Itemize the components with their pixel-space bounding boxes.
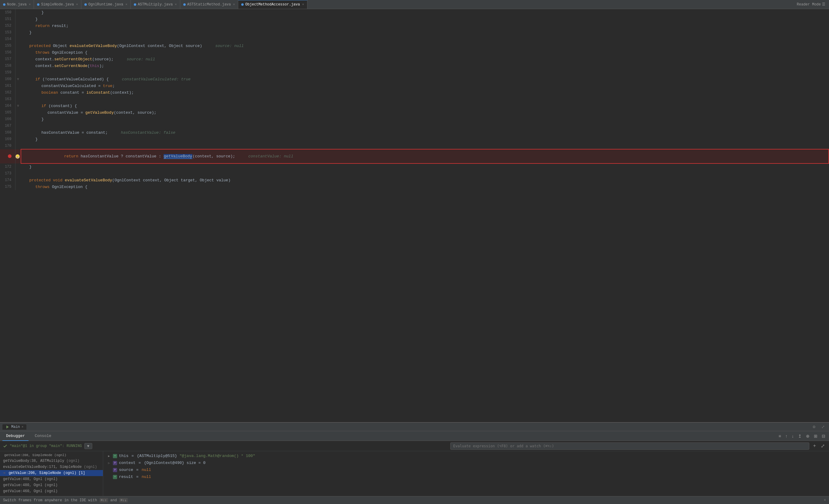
run-cursor-button[interactable]: ⊕ — [805, 433, 811, 439]
close-tab-node-java[interactable]: × — [29, 3, 31, 6]
fold-gutter: ▽ — [15, 103, 21, 109]
panel-content: getValue:208, SimpleNode (ognl) getValue… — [0, 451, 829, 496]
code-line — [21, 170, 829, 177]
fold-gutter — [15, 42, 21, 49]
tab-console[interactable]: Console — [31, 431, 55, 441]
table-row: 153 } — [0, 29, 829, 36]
table-row: 157 context.setCurrentObject(source); so… — [0, 56, 829, 63]
var-item-context[interactable]: ▷ P context = {OgnlContext@490} size = 0 — [103, 459, 829, 466]
tab-ast-multiply-java[interactable]: ASTMultiply.java × — [131, 0, 180, 9]
close-tab-ast-static[interactable]: × — [233, 3, 235, 6]
main-tab[interactable]: Main × — [2, 424, 26, 430]
tab-ognl-runtime-java[interactable]: OgnlRuntime.java × — [81, 0, 131, 9]
code-line: protected void evaluateSetValueBody(Ognl… — [21, 177, 829, 184]
line-number: 159 — [0, 69, 15, 76]
tab-node-java[interactable]: Node.java × — [0, 0, 34, 9]
table-row: 164 ▽ if (constant) { — [0, 103, 829, 109]
tab-dot-object-method — [241, 3, 244, 6]
code-scroll-area[interactable]: 150 } 151 } 152 return result; — [0, 9, 829, 422]
fold-gutter — [15, 69, 21, 76]
frame-item-getvaluebody[interactable]: getValueBody:38, ASTMultiply (ognl) — [0, 458, 103, 464]
code-line: } — [21, 163, 829, 170]
step-over-button[interactable]: ↑ — [784, 433, 789, 439]
svg-marker-0 — [6, 425, 9, 428]
line-number: 160 — [0, 76, 15, 82]
add-watch-button[interactable]: + — [812, 443, 817, 449]
line-number: 154 — [0, 36, 15, 42]
settings-icon[interactable]: ⚙ — [810, 424, 818, 429]
filter-button[interactable]: ▼ — [84, 443, 92, 449]
var-val-this: {ASTMultiply@515} "@java.lang.Math@rando… — [137, 454, 255, 458]
close-tab-simple-node[interactable]: × — [76, 3, 78, 6]
tab-ast-static-method-java[interactable]: ASTStaticMethod.java × — [180, 0, 239, 9]
expand-result[interactable] — [107, 475, 111, 479]
table-row: 158 context.setCurrentNode(this); — [0, 63, 829, 69]
line-number-error — [0, 149, 15, 163]
line-number: 166 — [0, 116, 15, 122]
code-line: throws OgnlException { — [21, 184, 829, 190]
close-main-tab[interactable]: × — [22, 425, 24, 429]
frame-label-truncated: getValue:208, SimpleNode (ognl) — [4, 453, 67, 457]
kbd2: ⌘⇧↓ — [119, 498, 128, 502]
status-close-button[interactable]: × — [824, 498, 826, 502]
code-line: if (constant) { — [21, 103, 829, 109]
collapse-button[interactable]: ⊟ — [821, 433, 827, 439]
fold-gutter — [15, 143, 21, 149]
code-line: } — [21, 116, 829, 122]
code-editor: 150 } 151 } 152 return result; — [0, 9, 829, 422]
error-marker-icon — [8, 154, 11, 158]
var-eq-source: = — [136, 468, 139, 472]
frame-item-getValue-408[interactable]: getValue:408, Ognl (ognl) — [0, 476, 103, 482]
table-row: 169 } — [0, 136, 829, 143]
debugger-tab-label: Debugger — [6, 434, 25, 438]
reader-mode-button[interactable]: Reader Mode ☰ — [793, 2, 829, 7]
fold-gutter — [15, 96, 21, 103]
frames-panel: getValue:208, SimpleNode (ognl) getValue… — [0, 451, 103, 496]
lightbulb-icon[interactable]: 💡 — [15, 154, 20, 159]
table-row: 163 — [0, 96, 829, 103]
expand-source[interactable] — [107, 468, 111, 472]
line-number: 152 — [0, 23, 15, 29]
step-out-button[interactable]: ↥ — [797, 433, 803, 439]
step-into-button[interactable]: ↓ — [790, 433, 795, 439]
line-number: 170 — [0, 143, 15, 149]
code-line — [21, 143, 829, 149]
fold-gutter-error: 💡 — [15, 149, 21, 163]
close-tab-ognl-runtime[interactable]: × — [125, 3, 128, 6]
var-item-result[interactable]: = result = null — [103, 473, 829, 480]
expand-context[interactable]: ▷ — [107, 461, 111, 465]
code-table: 150 } 151 } 152 return result; — [0, 9, 829, 190]
frame-item-getValue-480[interactable]: getValue:480, Ognl (ognl) — [0, 482, 103, 488]
code-line — [21, 96, 829, 103]
expand-eval-button[interactable]: ⤢ — [820, 443, 826, 449]
frame-item-getValue-206-active[interactable]: → getValue:206, SimpleNode (ognl) [1] — [0, 470, 103, 476]
line-number: 167 — [0, 122, 15, 129]
frame-item-evaluateGetValueBody[interactable]: evaluateGetValueBody:171, SimpleNode (og… — [0, 464, 103, 470]
close-tab-object-method[interactable]: × — [302, 3, 304, 6]
line-number: 150 — [0, 9, 15, 16]
expand-icon[interactable]: ⤢ — [820, 425, 827, 429]
table-row: 174 protected void evaluateSetValueBody(… — [0, 177, 829, 184]
var-icon-this: = — [113, 454, 117, 458]
table-row: 162 boolean constant = isConstant(contex… — [0, 89, 829, 96]
var-item-source[interactable]: P source = null — [103, 466, 829, 473]
eval-expression-input[interactable] — [450, 442, 809, 450]
line-number: 155 — [0, 42, 15, 49]
reader-mode-label: Reader Mode — [797, 2, 821, 7]
line-number: 174 — [0, 177, 15, 184]
line-number: 163 — [0, 96, 15, 103]
code-line — [21, 69, 829, 76]
tab-simple-node-java[interactable]: SimpleNode.java × — [34, 0, 81, 9]
frames-button[interactable]: ≡ — [778, 433, 782, 439]
tab-label-simple-node: SimpleNode.java — [41, 2, 74, 7]
line-number: 151 — [0, 16, 15, 23]
tab-object-method-accessor-java[interactable]: ObjectMethodAccessor.java × — [238, 0, 308, 9]
close-tab-ast-multiply[interactable]: × — [175, 3, 177, 6]
var-val-context: {OgnlContext@490} size = 0 — [144, 461, 206, 465]
tab-debugger[interactable]: Debugger — [2, 431, 29, 441]
frame-item-getValue-460[interactable]: getValue:460, Ognl (ognl) — [0, 488, 103, 494]
var-item-this[interactable]: ▶ = this = {ASTMultiply@515} "@java.lang… — [103, 453, 829, 459]
fold-gutter: ▽ — [15, 76, 21, 82]
table-view-button[interactable]: ⊞ — [813, 433, 819, 439]
expand-this[interactable]: ▶ — [107, 454, 111, 458]
